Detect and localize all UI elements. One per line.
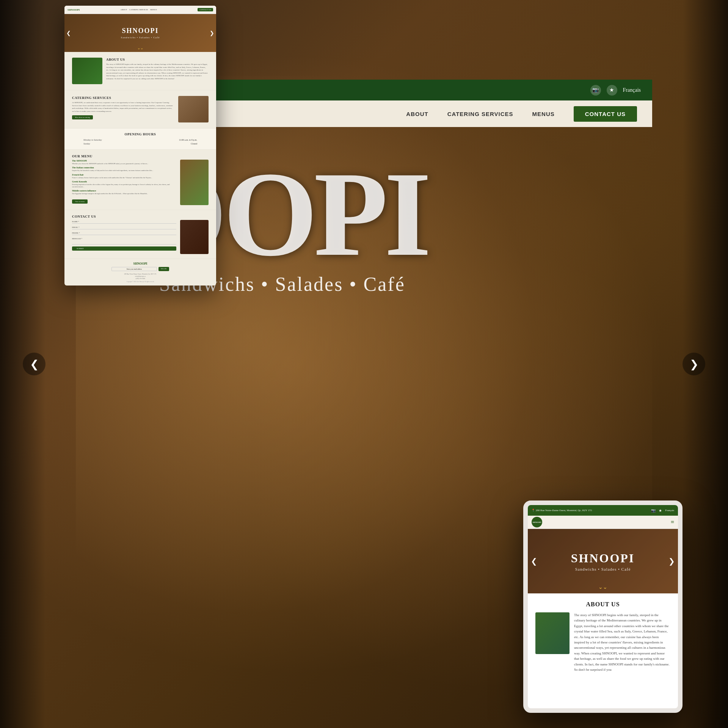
- mockup-catering-section: CATERING SERVICES At SHNOOPI, we underst…: [64, 90, 216, 129]
- tablet-about-section: ABOUT US The story of SHNOOPI begins wit…: [528, 593, 678, 680]
- tablet-nav: SHNOOPI ≡: [528, 516, 678, 529]
- nav-contact[interactable]: CONTACT US: [574, 106, 637, 122]
- mockup-hours-row-sunday: Sunday Closed: [72, 142, 209, 146]
- tablet-about-image: [535, 612, 570, 654]
- instagram-icon[interactable]: 📷: [590, 85, 601, 96]
- mockup-hours-table: Monday to Saturday 11:00 a.m. to 8 p.m. …: [72, 138, 209, 146]
- mockup-hero-text: SHNOOPI Sandwichs • Salades • Café: [121, 27, 160, 39]
- nav-menus[interactable]: MENUS: [532, 111, 555, 117]
- mockup-hero-subtitle: Sandwichs • Salades • Café: [121, 36, 160, 39]
- mockup-catering-title: CATERING SERVICES: [72, 96, 174, 100]
- mockup-logo: SHNOOPI: [67, 8, 80, 11]
- mockup-menu-item-5-text: Our Egyptian heritage transpires through…: [72, 193, 176, 195]
- mockup-nav: SHNOOPI ABOUT CATERING SERVICES MENUS CO…: [64, 6, 216, 14]
- mockup-contact-section: CONTACT US NAME * EMAIL * PHONE * MESSAG…: [64, 210, 216, 259]
- mockup-contact-form: NAME * EMAIL * PHONE * MESSAGE * SUBMIT: [72, 220, 176, 254]
- top-bar-right: 📷 ★ Français: [590, 85, 641, 96]
- tablet-hero-subtitle: Sandwichs • Salades • Café: [571, 567, 635, 571]
- mockup-menu-item-5-title: Middle eastern influence: [72, 190, 176, 192]
- mockup-contact-title: CONTACT US: [72, 215, 209, 218]
- tablet-mockup: 📍 288 Rue Notre-Dame Ouest, Montréal, Qc…: [523, 500, 682, 713]
- mockup-contact-image: [180, 220, 209, 254]
- mockup-copyright: Copyright © 2023 Chef Shnoopi All rights…: [72, 281, 209, 282]
- mockup-prev-arrow[interactable]: ❮: [66, 30, 71, 36]
- mockup-about-text: The story of SHNOOPI begins with our fam…: [106, 63, 209, 80]
- mockup-about-image: [72, 58, 102, 84]
- mockup-menu-item-4-text: Drawing inspiration from the olive selle…: [72, 184, 176, 188]
- mockup-name-field[interactable]: NAME *: [72, 220, 176, 224]
- mockup-footer-address: 288 Rue Notre-Dame Ouest, Montréal, Qc, …: [72, 273, 209, 280]
- mockup-catering-content: CATERING SERVICES At SHNOOPI, we underst…: [72, 96, 174, 122]
- mockup-catering-btn[interactable]: More about our catering: [72, 115, 93, 119]
- next-slide-arrow[interactable]: ❯: [682, 353, 705, 375]
- mockup-email-subscribe[interactable]: Enter your email address: [111, 267, 157, 271]
- mockup-menu-item-1-text: Whether you choose the SHNOOPI sandwich …: [72, 163, 176, 165]
- mockup-contact-content: NAME * EMAIL * PHONE * MESSAGE * SUBMIT: [72, 220, 209, 254]
- tablet-top-right: 📷 ★ Français: [651, 508, 674, 513]
- mockup-catering-image: [178, 96, 209, 122]
- mockup-next-arrow[interactable]: ❯: [210, 30, 214, 36]
- mockup-subscribe-btn[interactable]: Subscribe: [158, 267, 169, 271]
- tablet-hero: SHNOOPI Sandwichs • Salades • Café ❮ ❯ ⌄…: [528, 529, 678, 593]
- tablet-top-bar: 📍 288 Rue Notre-Dame Ouest, Montréal, Qc…: [528, 505, 678, 516]
- tablet-scroll-chevron: ⌄⌄: [598, 584, 607, 590]
- mockup-footer-logo: SHNOOPI: [72, 262, 209, 265]
- mockup-hero: SHNOOPI Sandwichs • Salades • Café ❮ ❯ ⌄…: [64, 14, 216, 52]
- mockup-message-field[interactable]: MESSAGE *: [72, 237, 176, 245]
- mockup-hours-title: OPENING HOURS: [72, 132, 209, 136]
- tablet-logo: SHNOOPI: [532, 517, 542, 527]
- mockup-hours-section: OPENING HOURS Monday to Saturday 11:00 a…: [64, 129, 216, 150]
- mockup-menu-content: The SHNOOPI Whether you choose the SHNOO…: [72, 160, 209, 205]
- mockup-contact-nav: CONTACT US: [198, 8, 213, 11]
- mockup-hours-row-weekday: Monday to Saturday 11:00 a.m. to 8 p.m.: [72, 138, 209, 142]
- desktop-mockup: SHNOOPI ABOUT CATERING SERVICES MENUS CO…: [64, 6, 216, 286]
- tablet-instagram-icon: 📷: [651, 508, 656, 513]
- language-button[interactable]: Français: [623, 87, 641, 93]
- mockup-about-section: ABOUT US The story of SHNOOPI begins wit…: [64, 52, 216, 90]
- mockup-nav-links: ABOUT CATERING SERVICES MENUS: [121, 9, 157, 11]
- tablet-about-content: The story of SHNOOPI begins with our fam…: [535, 612, 670, 672]
- nav-about[interactable]: ABOUT: [406, 111, 428, 117]
- mockup-menu-item-2-title: The Italian connection: [72, 166, 176, 169]
- tablet-hamburger-menu[interactable]: ≡: [671, 519, 674, 526]
- mockup-menu-item-1-title: The SHNOOPI: [72, 160, 176, 162]
- mockup-about-title: ABOUT US: [106, 58, 209, 61]
- tablet-hero-arrows: ❮ ❯: [528, 557, 678, 566]
- tablet-inner: 📍 288 Rue Notre-Dame Ouest, Montréal, Qc…: [528, 505, 678, 708]
- mockup-menu-item-4-title: Greek Kousoils: [72, 180, 176, 183]
- mockup-phone-field[interactable]: PHONE *: [72, 231, 176, 235]
- nav-links: ABOUT CATERING SERVICES MENUS CONTACT US: [406, 106, 637, 122]
- mockup-menu-section: OUR MENU The SHNOOPI Whether you choose …: [64, 150, 216, 210]
- nav-catering[interactable]: CATERING SERVICES: [447, 111, 513, 117]
- tablet-prev-arrow[interactable]: ❮: [531, 557, 537, 566]
- mockup-footer: SHNOOPI Enter your email address Subscri…: [64, 259, 216, 286]
- mockup-menu-item-3-title: French flair: [72, 174, 176, 176]
- yelp-icon[interactable]: ★: [607, 85, 617, 96]
- mockup-catering-text: At SHNOOPI, we understand that every cor…: [72, 101, 174, 113]
- mockup-menu-item-3-text: France's culinary finesse finds its plac…: [72, 177, 176, 179]
- prev-slide-arrow[interactable]: ❮: [23, 353, 46, 375]
- tablet-about-text: The story of SHNOOPI begins with our fam…: [574, 612, 670, 672]
- tablet-yelp-icon: ★: [659, 508, 662, 513]
- mockup-submit-btn[interactable]: SUBMIT: [72, 246, 176, 251]
- mockup-scroll-chevron: ⌄⌄: [137, 46, 143, 50]
- mockup-email-field[interactable]: EMAIL *: [72, 226, 176, 229]
- mockup-menu-item-2-text: Inspired by the beautiful country of Ita…: [72, 169, 176, 172]
- mockup-menu-btn[interactable]: View our menu: [72, 199, 88, 204]
- mockup-menu-image: [180, 160, 209, 205]
- mockup-hero-title: SHNOOPI: [121, 27, 160, 35]
- mockup-menu-text: The SHNOOPI Whether you choose the SHNOO…: [72, 160, 176, 205]
- tablet-about-title: ABOUT US: [535, 601, 670, 608]
- mockup-menu-title: OUR MENU: [72, 154, 209, 158]
- mockup-newsletter: Enter your email address Subscribe: [72, 267, 209, 271]
- tablet-next-arrow[interactable]: ❯: [668, 557, 675, 566]
- mockup-about-content: ABOUT US The story of SHNOOPI begins wit…: [106, 58, 209, 84]
